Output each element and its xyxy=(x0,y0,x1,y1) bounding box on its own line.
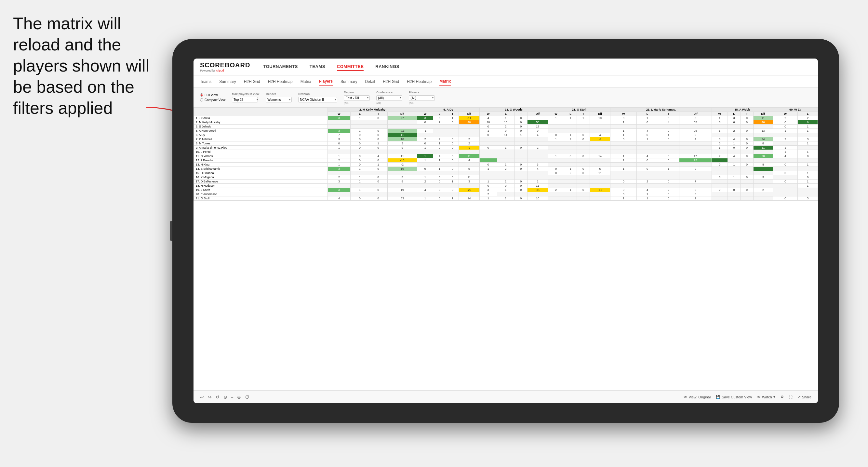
conference-select[interactable]: (All) xyxy=(376,95,402,101)
table-row: 14. S Srichantamit 31016 0105 1204 0105 … xyxy=(194,167,818,171)
watch-label: Watch xyxy=(762,395,772,399)
save-custom-label: Save Custom View xyxy=(722,395,752,399)
h-l2: L xyxy=(433,112,446,116)
conference-select-wrapper[interactable]: (All) xyxy=(376,95,402,101)
nav-tournaments[interactable]: TOURNAMENTS xyxy=(263,63,298,71)
matrix-table-wrapper[interactable]: 2. M Kelly Mulcahy 6. A Dy 11. G Woods 2… xyxy=(193,107,818,390)
nav-committee[interactable]: COMMITTEE xyxy=(337,63,364,71)
full-view-radio[interactable] xyxy=(200,93,203,97)
col-group-webb: 38. A Webb xyxy=(712,107,773,112)
zoom-out-icon[interactable]: ⊖ xyxy=(223,395,227,400)
player-name: 10. L Perini xyxy=(194,150,328,154)
undo-icon[interactable]: ↩ xyxy=(200,395,204,400)
gender-label: Gender xyxy=(266,92,292,96)
division-select-wrapper[interactable]: NCAA Division II xyxy=(298,96,337,102)
table-row: 21. O Stoll 40033 10114 11010 1109 03 xyxy=(194,196,818,201)
compact-view-option[interactable]: Compact View xyxy=(200,98,225,102)
annotation-text: The matrix will reload and the players s… xyxy=(13,13,150,119)
watch-btn[interactable]: 👁 Watch ▾ xyxy=(757,395,775,399)
subnav-summary[interactable]: Summary xyxy=(219,78,236,85)
max-players-label: Max players in view xyxy=(232,92,259,96)
region-select-wrapper[interactable]: East - DII xyxy=(344,95,370,101)
player-name: 2. M Kelly Mulcahy xyxy=(194,120,328,125)
tablet-screen: SCOREBOARD Powered by clippd TOURNAMENTS… xyxy=(193,59,818,403)
region-select[interactable]: East - DII xyxy=(344,95,370,101)
division-select[interactable]: NCAA Division II xyxy=(298,97,337,102)
clock-icon[interactable]: ⏱ xyxy=(245,395,249,400)
settings-btn[interactable]: ⚙ xyxy=(780,395,784,399)
logo-area: SCOREBOARD Powered by clippd xyxy=(200,61,250,72)
players-select[interactable]: (All) xyxy=(409,95,435,101)
eye-icon: 👁 xyxy=(684,395,687,399)
tablet-device: SCOREBOARD Powered by clippd TOURNAMENTS… xyxy=(173,39,839,423)
table-row: 15. H Stranda 02011 01 xyxy=(194,171,818,175)
full-view-label: Full View xyxy=(205,93,218,97)
player-name: 9. A Maria Jimenez Rios xyxy=(194,146,328,150)
nav-teams[interactable]: TEAMS xyxy=(310,63,325,71)
col-group-stoll: 21. O Stoll xyxy=(548,107,611,112)
view-original-btn[interactable]: 👁 View: Original xyxy=(684,395,711,399)
player-name: 3. S Jelinek xyxy=(194,125,328,129)
subnav-matrix[interactable]: Matrix xyxy=(301,78,311,85)
max-players-select-wrapper[interactable]: Top 25 xyxy=(232,96,259,102)
logo-scoreboard: SCOREBOARD xyxy=(200,61,250,69)
table-row: 13. N Klug 101-2 0103 0108 01 xyxy=(194,163,818,167)
h-l5: L xyxy=(637,112,658,116)
subnav-detail[interactable]: Detail xyxy=(365,78,375,85)
sub-nav: Teams Summary H2H Grid H2H Heatmap Matri… xyxy=(193,75,818,88)
subnav-h2h-grid2[interactable]: H2H Grid xyxy=(383,78,399,85)
players-select-wrapper[interactable]: (All) xyxy=(409,95,435,101)
subnav-h2h-heatmap[interactable]: H2H Heatmap xyxy=(268,78,293,85)
table-row: 19. J Karrh 31019 400-20 310-31 210-15 0… xyxy=(194,188,818,192)
h-t1: T xyxy=(369,112,388,116)
subnav-teams[interactable]: Teams xyxy=(200,78,211,85)
h-l3: L xyxy=(497,112,515,116)
player-name: 18. H Hodgson xyxy=(194,184,328,188)
table-row: 12. A Bianchi 200-18 1104 20025 xyxy=(194,158,818,163)
h-t3: T xyxy=(515,112,527,116)
subnav-h2h-heatmap2[interactable]: H2H Heatmap xyxy=(407,78,432,85)
player-name: 7. O Mitchell xyxy=(194,137,328,142)
zoom-in-icon[interactable]: ⊕ xyxy=(237,395,241,400)
redo-icon[interactable]: ↪ xyxy=(208,395,212,400)
matrix-table: 2. M Kelly Mulcahy 6. A Dy 11. G Woods 2… xyxy=(193,107,818,201)
h-w4: W xyxy=(548,112,564,116)
subnav-summary2[interactable]: Summary xyxy=(341,78,357,85)
max-players-select[interactable]: Top 25 xyxy=(232,97,258,102)
nav-rankings[interactable]: RANKINGS xyxy=(375,63,399,71)
h-w3: W xyxy=(479,112,497,116)
player-name: 20. E Andersson xyxy=(194,192,328,196)
h-l1: L xyxy=(350,112,369,116)
bottom-toolbar: ↩ ↪ ↺ ⊖ – ⊕ ⏱ 👁 View: Original 💾 Save Cu… xyxy=(193,390,818,403)
compact-view-radio[interactable] xyxy=(200,98,203,101)
subnav-h2h-grid[interactable]: H2H Grid xyxy=(244,78,260,85)
fullscreen-btn[interactable]: ⛶ xyxy=(789,395,793,399)
col-group-schumac: 23. L Marie Schumac. xyxy=(611,107,712,112)
full-view-option[interactable]: Full View xyxy=(200,93,225,97)
table-row: 16. X Mcgaha 2103 10011 0103 0 xyxy=(194,175,818,180)
player-name: 6. A Dy xyxy=(194,133,328,137)
top-nav: SCOREBOARD Powered by clippd TOURNAMENTS… xyxy=(193,59,818,75)
col-group-dy: 6. A Dy xyxy=(417,107,480,112)
gender-select-wrapper[interactable]: Women's xyxy=(266,96,292,102)
h-w1: W xyxy=(328,112,350,116)
share-label: Share xyxy=(802,395,811,399)
fullscreen-icon: ⛶ xyxy=(789,395,793,399)
save-custom-view-btn[interactable]: 💾 Save Custom View xyxy=(716,395,752,399)
filter-division: Division NCAA Division II xyxy=(298,92,337,102)
player-name: 1. J Garcia xyxy=(194,116,328,120)
h-w7: W xyxy=(773,112,798,116)
h-dif2: Dif xyxy=(459,112,479,116)
h-t4: T xyxy=(577,112,590,116)
gender-select[interactable]: Women's xyxy=(266,97,292,102)
h-dif5: Dif xyxy=(679,112,712,116)
h-dif4: Dif xyxy=(590,112,610,116)
col-group-mulcahy: 2. M Kelly Mulcahy xyxy=(328,107,417,112)
subnav-players[interactable]: Players xyxy=(319,78,333,86)
h-t5: T xyxy=(658,112,679,116)
h-t6: T xyxy=(741,112,753,116)
subnav-matrix2[interactable]: Matrix xyxy=(439,78,451,86)
refresh-icon[interactable]: ↺ xyxy=(216,395,219,400)
player-name: 12. A Bianchi xyxy=(194,158,328,163)
share-btn[interactable]: ↗ Share xyxy=(798,395,811,399)
